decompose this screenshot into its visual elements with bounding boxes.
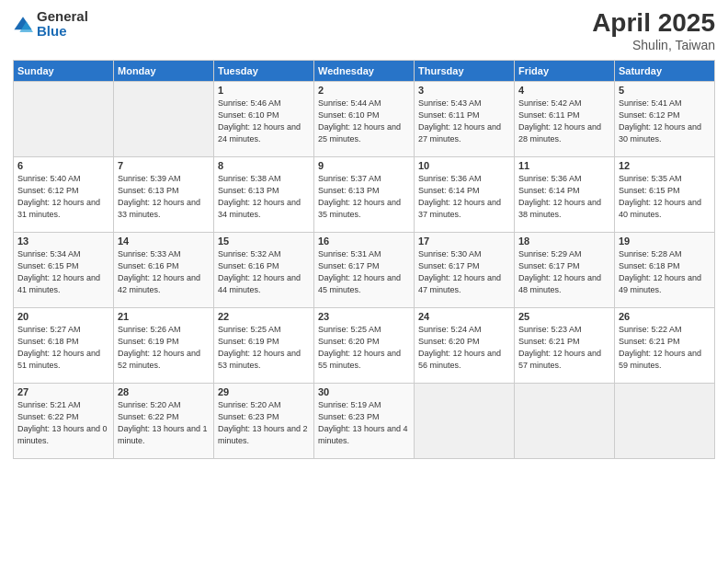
week-row-4: 27Sunrise: 5:21 AMSunset: 6:22 PMDayligh…	[14, 383, 715, 458]
cell-info: Sunrise: 5:24 AMSunset: 6:20 PMDaylight:…	[418, 324, 510, 372]
cell-info: Sunrise: 5:42 AMSunset: 6:11 PMDaylight:…	[518, 98, 610, 145]
cell-info: Sunrise: 5:21 AMSunset: 6:22 PMDaylight:…	[17, 399, 109, 447]
day-number: 11	[518, 160, 610, 171]
header-cell-tuesday: Tuesday	[214, 60, 314, 81]
cell-info: Sunrise: 5:31 AMSunset: 6:17 PMDaylight:…	[318, 248, 410, 296]
day-cell: 5Sunrise: 5:41 AMSunset: 6:12 PMDaylight…	[615, 81, 715, 156]
cell-info: Sunrise: 5:38 AMSunset: 6:13 PMDaylight:…	[218, 173, 310, 221]
day-number: 12	[619, 160, 711, 171]
day-number: 13	[17, 236, 109, 247]
day-cell: 6Sunrise: 5:40 AMSunset: 6:12 PMDaylight…	[14, 156, 114, 232]
title-block: April 2025 Shulin, Taiwan	[592, 9, 715, 52]
day-number: 26	[619, 311, 711, 322]
day-cell: 12Sunrise: 5:35 AMSunset: 6:15 PMDayligh…	[615, 156, 715, 232]
day-cell: 7Sunrise: 5:39 AMSunset: 6:13 PMDaylight…	[114, 156, 214, 232]
day-number: 15	[218, 236, 310, 247]
day-cell	[415, 383, 515, 458]
day-number: 20	[17, 311, 109, 322]
day-cell: 18Sunrise: 5:29 AMSunset: 6:17 PMDayligh…	[515, 232, 615, 307]
day-number: 6	[17, 160, 109, 171]
day-number: 23	[318, 311, 410, 322]
day-number: 17	[418, 236, 510, 247]
header-row: SundayMondayTuesdayWednesdayThursdayFrid…	[14, 60, 715, 81]
day-number: 28	[118, 386, 210, 397]
day-cell: 25Sunrise: 5:23 AMSunset: 6:21 PMDayligh…	[515, 307, 615, 383]
day-cell: 3Sunrise: 5:43 AMSunset: 6:11 PMDaylight…	[415, 81, 515, 156]
day-cell: 27Sunrise: 5:21 AMSunset: 6:22 PMDayligh…	[14, 383, 114, 458]
header-cell-sunday: Sunday	[14, 60, 114, 81]
day-cell: 30Sunrise: 5:19 AMSunset: 6:23 PMDayligh…	[314, 383, 415, 458]
day-number: 4	[518, 85, 610, 96]
day-cell: 1Sunrise: 5:46 AMSunset: 6:10 PMDaylight…	[214, 81, 314, 156]
day-cell: 16Sunrise: 5:31 AMSunset: 6:17 PMDayligh…	[314, 232, 415, 307]
day-cell: 15Sunrise: 5:32 AMSunset: 6:16 PMDayligh…	[214, 232, 314, 307]
day-number: 22	[218, 311, 310, 322]
day-cell: 24Sunrise: 5:24 AMSunset: 6:20 PMDayligh…	[415, 307, 515, 383]
day-cell	[114, 81, 214, 156]
logo: General Blue	[13, 9, 88, 40]
header-cell-friday: Friday	[515, 60, 615, 81]
cell-info: Sunrise: 5:30 AMSunset: 6:17 PMDaylight:…	[418, 248, 510, 296]
day-cell: 2Sunrise: 5:44 AMSunset: 6:10 PMDaylight…	[314, 81, 415, 156]
week-row-0: 1Sunrise: 5:46 AMSunset: 6:10 PMDaylight…	[14, 81, 715, 156]
cell-info: Sunrise: 5:25 AMSunset: 6:20 PMDaylight:…	[318, 324, 410, 372]
cell-info: Sunrise: 5:36 AMSunset: 6:14 PMDaylight:…	[518, 173, 610, 221]
cell-info: Sunrise: 5:44 AMSunset: 6:10 PMDaylight:…	[318, 98, 410, 145]
cell-info: Sunrise: 5:39 AMSunset: 6:13 PMDaylight:…	[118, 173, 210, 221]
title-location: Shulin, Taiwan	[592, 38, 715, 52]
cell-info: Sunrise: 5:28 AMSunset: 6:18 PMDaylight:…	[619, 248, 711, 296]
day-cell: 14Sunrise: 5:33 AMSunset: 6:16 PMDayligh…	[114, 232, 214, 307]
title-month: April 2025	[592, 9, 715, 38]
day-cell	[14, 81, 114, 156]
cell-info: Sunrise: 5:32 AMSunset: 6:16 PMDaylight:…	[218, 248, 310, 296]
day-cell: 11Sunrise: 5:36 AMSunset: 6:14 PMDayligh…	[515, 156, 615, 232]
day-cell: 4Sunrise: 5:42 AMSunset: 6:11 PMDaylight…	[515, 81, 615, 156]
logo-icon	[13, 15, 33, 35]
day-number: 27	[17, 386, 109, 397]
day-number: 21	[118, 311, 210, 322]
cell-info: Sunrise: 5:43 AMSunset: 6:11 PMDaylight:…	[418, 98, 510, 145]
day-cell: 8Sunrise: 5:38 AMSunset: 6:13 PMDaylight…	[214, 156, 314, 232]
day-number: 24	[418, 311, 510, 322]
week-row-1: 6Sunrise: 5:40 AMSunset: 6:12 PMDaylight…	[14, 156, 715, 232]
day-cell: 10Sunrise: 5:36 AMSunset: 6:14 PMDayligh…	[415, 156, 515, 232]
calendar-table: SundayMondayTuesdayWednesdayThursdayFrid…	[13, 60, 715, 459]
day-number: 10	[418, 160, 510, 171]
cell-info: Sunrise: 5:20 AMSunset: 6:22 PMDaylight:…	[118, 399, 210, 447]
cell-info: Sunrise: 5:27 AMSunset: 6:18 PMDaylight:…	[17, 324, 109, 372]
day-number: 16	[318, 236, 410, 247]
day-number: 8	[218, 160, 310, 171]
week-row-2: 13Sunrise: 5:34 AMSunset: 6:15 PMDayligh…	[14, 232, 715, 307]
day-cell: 28Sunrise: 5:20 AMSunset: 6:22 PMDayligh…	[114, 383, 214, 458]
day-cell: 26Sunrise: 5:22 AMSunset: 6:21 PMDayligh…	[615, 307, 715, 383]
header: General Blue April 2025 Shulin, Taiwan	[13, 9, 715, 52]
day-cell: 21Sunrise: 5:26 AMSunset: 6:19 PMDayligh…	[114, 307, 214, 383]
cell-info: Sunrise: 5:26 AMSunset: 6:19 PMDaylight:…	[118, 324, 210, 372]
day-number: 9	[318, 160, 410, 171]
day-cell: 29Sunrise: 5:20 AMSunset: 6:23 PMDayligh…	[214, 383, 314, 458]
day-number: 14	[118, 236, 210, 247]
day-number: 1	[218, 85, 310, 96]
day-cell	[615, 383, 715, 458]
day-cell: 17Sunrise: 5:30 AMSunset: 6:17 PMDayligh…	[415, 232, 515, 307]
header-cell-wednesday: Wednesday	[314, 60, 415, 81]
day-cell: 20Sunrise: 5:27 AMSunset: 6:18 PMDayligh…	[14, 307, 114, 383]
day-number: 5	[619, 85, 711, 96]
cell-info: Sunrise: 5:19 AMSunset: 6:23 PMDaylight:…	[318, 399, 410, 447]
cell-info: Sunrise: 5:35 AMSunset: 6:15 PMDaylight:…	[619, 173, 711, 221]
day-number: 3	[418, 85, 510, 96]
header-cell-thursday: Thursday	[415, 60, 515, 81]
cell-info: Sunrise: 5:22 AMSunset: 6:21 PMDaylight:…	[619, 324, 711, 372]
day-cell: 13Sunrise: 5:34 AMSunset: 6:15 PMDayligh…	[14, 232, 114, 307]
day-number: 30	[318, 386, 410, 397]
day-number: 19	[619, 236, 711, 247]
cell-info: Sunrise: 5:29 AMSunset: 6:17 PMDaylight:…	[518, 248, 610, 296]
cell-info: Sunrise: 5:40 AMSunset: 6:12 PMDaylight:…	[17, 173, 109, 221]
header-cell-monday: Monday	[114, 60, 214, 81]
cell-info: Sunrise: 5:36 AMSunset: 6:14 PMDaylight:…	[418, 173, 510, 221]
day-cell: 19Sunrise: 5:28 AMSunset: 6:18 PMDayligh…	[615, 232, 715, 307]
logo-general: General	[37, 9, 88, 23]
cell-info: Sunrise: 5:20 AMSunset: 6:23 PMDaylight:…	[218, 399, 310, 447]
day-number: 29	[218, 386, 310, 397]
cell-info: Sunrise: 5:34 AMSunset: 6:15 PMDaylight:…	[17, 248, 109, 296]
